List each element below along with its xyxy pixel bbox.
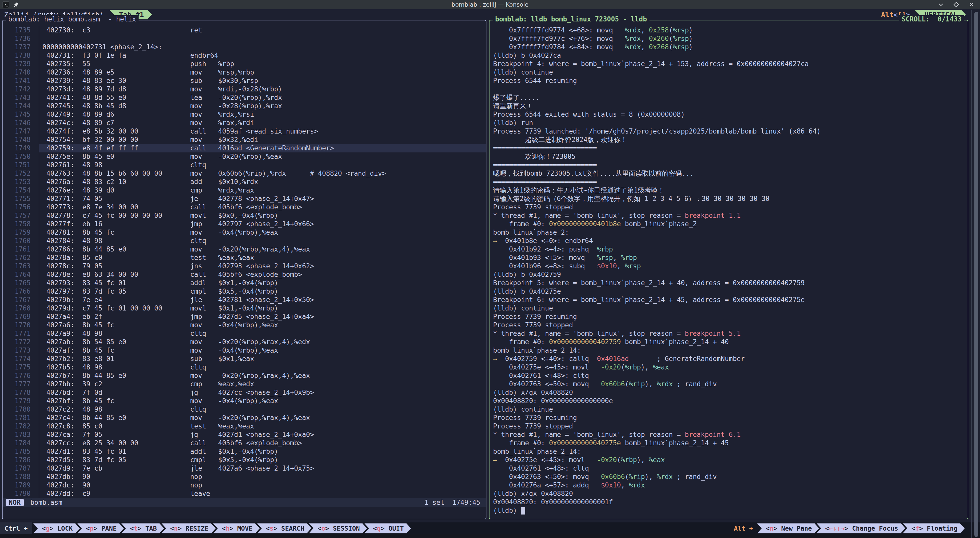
- line-number: 1773: [3, 346, 30, 354]
- keybind-text: <: [373, 525, 377, 532]
- line-number: 1737: [3, 43, 30, 51]
- text-segment: %rbp: [597, 245, 613, 253]
- scrollbar-handle[interactable]: [974, 12, 978, 537]
- line-number: 1757: [3, 211, 30, 220]
- text-segment: 请输入第1级的密码：牛刀小试~你已经通过了第1级考验！: [493, 187, 664, 194]
- asm-line: 1745 402749: 48 89 d6 mov %rdx,%rsi: [3, 110, 486, 119]
- terminal-cursor[interactable]: [521, 508, 525, 514]
- lldb-terminal[interactable]: 0x7ffff7fd9774 <+68>: movq %rdx, 0x258(%…: [490, 21, 968, 519]
- line-number: 1785: [3, 447, 30, 456]
- asm-code: 40277f: eb 16 jmp 402797 <phase_2_14+0x6…: [39, 220, 486, 228]
- text-segment: ): [689, 35, 693, 42]
- asm-line: 1736: [3, 35, 486, 43]
- line-number: 1781: [3, 413, 30, 422]
- text-segment: ; rand_div: [673, 473, 717, 481]
- text-segment: (lldb) continue: [493, 69, 553, 76]
- text-segment: Breakpoint 6: where = bomb_linux`phase_2…: [493, 296, 805, 303]
- lldb-line: frame #0: 0x0000000000402759 bomb_linux`…: [490, 338, 968, 346]
- keybind-text: SESSION: [329, 525, 360, 532]
- keybind-text: n: [770, 525, 773, 532]
- text-segment: 0x402763 <+50>: movq: [493, 380, 601, 388]
- pin-icon[interactable]: [13, 2, 19, 8]
- keybind-text: SEARCH: [277, 525, 304, 532]
- keybind-new-pane[interactable]: <n> New Pane: [757, 524, 819, 533]
- text-segment: ,: [617, 262, 625, 270]
- asm-line: 1788 4027db: 90 nop: [3, 473, 486, 481]
- asm-line: 1747 40274f: e8 5b 32 00 00 call 4059af …: [3, 127, 486, 136]
- text-segment: ,: [641, 35, 649, 42]
- line-number: 1739: [3, 60, 30, 68]
- lldb-pane[interactable]: bomblab: lldb bomb_linux 723005 - lldb S…: [489, 20, 968, 519]
- lldb-line: Breakpoint 6: where = bomb_linux`phase_2…: [490, 296, 968, 304]
- text-segment: -0x20: [597, 456, 617, 464]
- text-segment: 0x40275e <+45>: movl: [505, 456, 597, 464]
- line-number: 1772: [3, 338, 30, 346]
- asm-line: 1790 4027dd: c9 leave: [3, 490, 486, 498]
- lldb-line: (lldb) b 0x40275e: [490, 287, 968, 296]
- alt-hint-label: Alt: [881, 11, 894, 19]
- line-number: 1782: [3, 422, 30, 431]
- text-segment: ==========================: [493, 178, 597, 186]
- keybind-move[interactable]: <h> MOVE: [213, 524, 259, 533]
- lldb-line: 请输入第1级的密码：牛刀小试~你已经通过了第1级考验！: [490, 186, 968, 195]
- text-segment: bomb_linux`phase_2_14:: [493, 448, 581, 455]
- keybind-floating[interactable]: <f> Floating: [903, 524, 965, 533]
- asm-code: 40274f: e8 5b 32 00 00 call 4059af <read…: [39, 127, 486, 136]
- text-segment: 0x401b92 <+4>: pushq: [493, 245, 597, 253]
- lldb-line: (lldb) x/gx 0x408820: [490, 388, 968, 397]
- keybind-resize[interactable]: <n> RESIZE: [162, 524, 216, 533]
- asm-code: 40276a: 48 83 c2 10 add $0x10,%rdx: [39, 178, 486, 186]
- lldb-line: ==========================: [490, 144, 968, 152]
- asm-line: 1778 4027bd: 7f 0d jg 4027cc <phase_2_14…: [3, 388, 486, 397]
- alt-prefix-label: Alt +: [734, 525, 753, 532]
- asm-line: 1754 40276e: 48 39 d0 cmp %rdx,%rax: [3, 186, 486, 195]
- text-segment: 请重新再来！: [493, 102, 533, 110]
- lldb-line: 0x402761 <+48>: cltq: [490, 464, 968, 473]
- keybind-tab[interactable]: <t> TAB: [121, 524, 164, 533]
- text-segment: Process 7739 stopped: [493, 203, 573, 211]
- asm-code: 4027af: 8b 45 fc mov -0x4(%rbp),%eax: [39, 346, 486, 354]
- asm-line: 1765 402793: 83 45 fc 01 addl $0x1,-0x4(…: [3, 279, 486, 287]
- lldb-line: bomb_linux`phase_2:: [490, 228, 968, 237]
- line-number: 1744: [3, 102, 30, 110]
- keybind-session[interactable]: <o> SESSION: [309, 524, 367, 533]
- keybind-text: >: [773, 525, 777, 532]
- asm-line: 1772 4027ab: 8b 54 85 e0 mov -0x20(%rbp,…: [3, 338, 486, 346]
- asm-line: 1770 4027a6: 8b 45 fc mov -0x4(%rbp),%ea…: [3, 321, 486, 329]
- text-segment: %rsp: [673, 35, 689, 42]
- text-segment: (lldb) b 0x4027ca: [493, 51, 561, 59]
- keybind-quit[interactable]: <q> QUIT: [364, 524, 411, 533]
- text-segment: (: [669, 35, 673, 42]
- line-number: 1752: [3, 169, 30, 178]
- keybind-change-focus[interactable]: <←↓↑→> Change Focus: [816, 524, 905, 533]
- lldb-line: Process 7739 resuming: [490, 413, 968, 422]
- lldb-line: 0x401b92 <+4>: pushq %rbp: [490, 245, 968, 254]
- helix-pane[interactable]: bomblab: helix bomb.asm - helix 1735 402…: [2, 20, 487, 519]
- maximize-icon[interactable]: [953, 1, 959, 8]
- keybind-search[interactable]: <s> SEARCH: [257, 524, 312, 533]
- minimize-icon[interactable]: [938, 1, 944, 8]
- lldb-line: Process 7739 stopped: [490, 321, 968, 329]
- lldb-line: * thread #1, name = 'bomb_linux', stop r…: [490, 211, 968, 220]
- line-number: 1768: [3, 304, 30, 313]
- lldb-line: Process 6544 exited with status = 8 (0x0…: [490, 110, 968, 119]
- asm-code: 4027c2: 48 98 cltq: [39, 405, 486, 413]
- line-number: 1746: [3, 119, 30, 127]
- asm-line: 1774 4027b2: 83 e8 01 sub $0x1,%eax: [3, 354, 486, 363]
- text-segment: 0x7ffff7fd9784 <+84>: movq: [493, 43, 625, 51]
- keybind-pane[interactable]: <p> PANE: [77, 524, 124, 533]
- ctrl-prefix-label: Ctrl +: [0, 522, 32, 534]
- line-number: 1766: [3, 287, 30, 296]
- helix-editor[interactable]: 1735 402730: c3 ret 17361737000000000040…: [3, 21, 486, 519]
- text-segment: * thread #1, name = 'bomb_linux', stop r…: [493, 431, 685, 438]
- text-segment: ),: [641, 363, 653, 371]
- line-number: 1749: [3, 144, 30, 152]
- asm-line: 17370000000000402731 <phase_2_14>:: [3, 43, 486, 51]
- keybind-text: <: [222, 525, 226, 532]
- text-segment: * thread #1, name = 'bomb_linux', stop r…: [493, 212, 685, 219]
- text-segment: Process 7739 resuming: [493, 313, 577, 321]
- asm-line: 1776 4027b7: 8b 44 85 e0 mov -0x20(%rbp,…: [3, 372, 486, 380]
- keybind-lock[interactable]: <g> LOCK: [33, 524, 80, 533]
- asm-line: 1738 402731: f3 0f 1e fa endbr64: [3, 51, 486, 60]
- close-icon[interactable]: [968, 1, 975, 8]
